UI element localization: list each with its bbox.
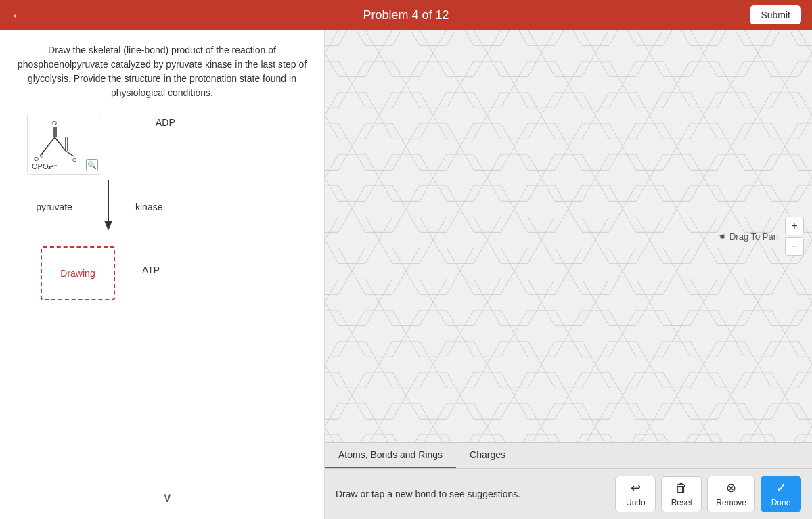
molecule-display: O O ⊖ O OPO₃²⁻ 🔍 [27,114,102,175]
svg-line-10 [66,151,74,156]
undo-button[interactable]: ↩ Undo [615,476,656,512]
undo-icon: ↩ [631,480,641,495]
zoom-controls: + − [785,217,804,256]
drawing-area[interactable]: Drawing [41,246,115,300]
magnify-button[interactable]: 🔍 [86,159,98,171]
tabs-row: Atoms, Bonds and Rings Charges [325,443,812,469]
header: ← Problem 4 of 12 Submit [0,0,812,30]
bottom-toolbar: Atoms, Bonds and Rings Charges Draw or t… [325,442,812,519]
hex-grid[interactable]: ☚ Drag To Pan + − [325,30,812,442]
header-title: Problem 4 of 12 [363,8,449,22]
svg-line-3 [44,137,55,151]
action-buttons: ↩ Undo 🗑 Reset ⊗ Remove ✓ Done [615,476,801,512]
toolbar-content: Draw or tap a new bond to see suggestion… [325,469,812,519]
check-icon: ✓ [776,480,786,495]
reset-button[interactable]: 🗑 Reset [661,476,702,512]
zoom-in-button[interactable]: + [785,217,804,235]
svg-text:O: O [52,120,57,127]
svg-text:O: O [34,156,39,162]
drawing-label: Drawing [60,268,95,279]
svg-text:⊖: ⊖ [40,154,44,158]
undo-label: Undo [626,498,646,507]
tab-atoms-bonds-rings[interactable]: Atoms, Bonds and Rings [325,443,456,468]
chevron-down-icon: ∨ [162,490,173,505]
left-panel: Draw the skeletal (line-bond) product of… [0,30,325,519]
adp-label: ADP [156,117,175,128]
svg-text:O: O [72,157,76,163]
svg-marker-13 [104,221,112,231]
tab-charges[interactable]: Charges [456,443,519,468]
chevron-down-container[interactable]: ∨ [162,489,173,505]
question-text: Draw the skeletal (line-bond) product of… [14,43,311,100]
reset-label: Reset [671,498,692,507]
back-button[interactable]: ← [11,7,24,23]
trash-icon: 🗑 [675,481,687,495]
drag-icon: ☚ [717,231,725,241]
remove-label: Remove [716,498,746,507]
drag-pan-text: Drag To Pan [729,231,778,241]
suggestion-text: Draw or tap a new bond to see suggestion… [336,489,520,499]
remove-button[interactable]: ⊗ Remove [707,476,755,512]
remove-icon: ⊗ [726,480,736,495]
zoom-out-button[interactable]: − [785,237,804,256]
right-panel: ☚ Drag To Pan + − Atoms, Bonds and Rings… [325,30,812,519]
pyruvate-label: pyruvate [27,202,81,212]
submit-button[interactable]: Submit [750,5,801,24]
done-label: Done [771,498,791,507]
opo-label: OPO₃²⁻ [32,162,58,171]
drag-pan-label: ☚ Drag To Pan [717,231,778,241]
reaction-arrow [102,180,115,234]
kinase-label: kinase [135,202,162,212]
atp-label: ATP [142,265,160,275]
svg-line-4 [55,137,66,151]
done-button[interactable]: ✓ Done [761,476,801,512]
